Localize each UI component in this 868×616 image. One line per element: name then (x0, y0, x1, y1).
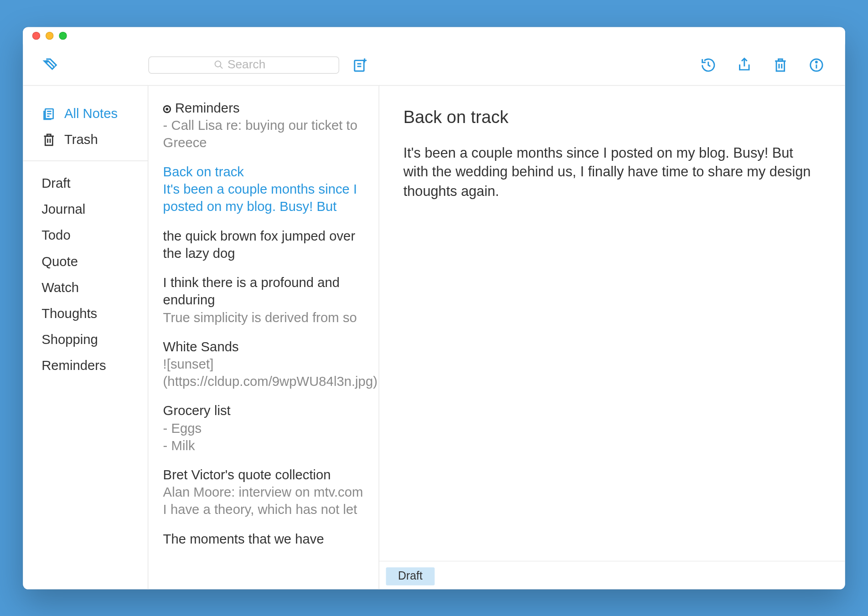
svg-point-1 (215, 61, 221, 67)
note-list-item[interactable]: I think there is a profound and enduring… (163, 274, 364, 338)
new-note-button[interactable] (351, 56, 368, 73)
bullet-icon (163, 105, 171, 113)
notes-icon (41, 106, 56, 120)
note-view: Back on track It's been a couple months … (379, 86, 845, 589)
window-close-button[interactable] (32, 31, 41, 40)
titlebar (23, 27, 845, 44)
note-list-item[interactable]: Grocery list- Eggs - Milk (163, 402, 364, 466)
note-title[interactable]: Back on track (403, 106, 821, 129)
search-input[interactable] (227, 57, 274, 72)
delete-icon[interactable] (772, 56, 789, 73)
sidebar-tag[interactable]: Journal (23, 196, 148, 222)
sidebar-tag[interactable]: Todo (23, 222, 148, 248)
note-list-title: Back on track (163, 163, 364, 180)
toolbar (23, 44, 845, 86)
sidebar-item-label: Trash (64, 132, 98, 147)
note-list-item[interactable]: White Sands![sunset](https://cldup.com/9… (163, 338, 364, 402)
sidebar-tag[interactable]: Draft (23, 170, 148, 196)
note-footer: Draft (379, 560, 845, 589)
app-window: All Notes Trash DraftJournalTodoQuoteWat… (23, 27, 845, 589)
note-list[interactable]: Reminders- Call Lisa re: buying our tick… (148, 86, 379, 589)
note-list-title: the quick brown fox jumped over the lazy… (163, 227, 364, 262)
toolbar-left (23, 56, 148, 73)
info-icon[interactable] (808, 56, 825, 73)
window-minimize-button[interactable] (46, 31, 54, 40)
svg-point-0 (46, 60, 47, 62)
window-zoom-button[interactable] (59, 31, 67, 40)
sidebar-item-trash[interactable]: Trash (23, 126, 148, 152)
search-icon (213, 60, 223, 70)
sidebar-item-all-notes[interactable]: All Notes (23, 100, 148, 126)
toolbar-middle (148, 56, 379, 73)
note-list-item[interactable]: Back on trackIt's been a couple months s… (163, 163, 364, 227)
note-list-snippet: - Call Lisa re: buying our ticket to Gre… (163, 116, 364, 151)
note-list-item[interactable]: the quick brown fox jumped over the lazy… (163, 227, 364, 273)
note-list-title: Bret Victor's quote collection (163, 466, 364, 483)
share-icon[interactable] (736, 56, 753, 73)
note-tag[interactable]: Draft (386, 567, 435, 585)
search-field[interactable] (148, 56, 339, 73)
note-list-snippet: True simplicity is derived from so (163, 308, 364, 326)
tag-list: DraftJournalTodoQuoteWatchThoughtsShoppi… (23, 170, 148, 379)
sidebar-tag[interactable]: Shopping (23, 326, 148, 352)
note-list-snippet: - Eggs - Milk (163, 419, 364, 454)
svg-point-12 (816, 61, 817, 62)
note-list-title: White Sands (163, 338, 364, 355)
note-list-title: Grocery list (163, 402, 364, 419)
trash-icon (41, 132, 56, 147)
note-body[interactable]: It's been a couple months since I posted… (403, 144, 821, 200)
sidebar-tag[interactable]: Thoughts (23, 300, 148, 326)
svg-rect-3 (355, 60, 364, 70)
sidebar-tag[interactable]: Reminders (23, 352, 148, 378)
note-list-title: The moments that we have (163, 530, 364, 547)
tags-icon[interactable] (41, 56, 59, 73)
history-icon[interactable] (700, 56, 717, 73)
note-list-snippet: Alan Moore: interview on mtv.com I have … (163, 483, 364, 518)
main-columns: All Notes Trash DraftJournalTodoQuoteWat… (23, 86, 845, 589)
note-list-snippet: It's been a couple months since I posted… (163, 180, 364, 215)
sidebar-divider (23, 160, 148, 161)
note-list-title: Reminders (163, 99, 364, 116)
note-list-title: I think there is a profound and enduring (163, 274, 364, 308)
note-list-item[interactable]: The moments that we have (163, 530, 364, 559)
note-list-item[interactable]: Reminders- Call Lisa re: buying our tick… (163, 99, 364, 163)
sidebar-tag[interactable]: Watch (23, 274, 148, 300)
toolbar-right (379, 56, 845, 73)
note-list-snippet: ![sunset](https://cldup.com/9wpWU84l3n.j… (163, 355, 364, 390)
svg-line-2 (220, 66, 222, 68)
note-list-item[interactable]: Bret Victor's quote collectionAlan Moore… (163, 466, 364, 530)
sidebar-tag[interactable]: Quote (23, 248, 148, 274)
sidebar-item-label: All Notes (64, 106, 118, 121)
sidebar: All Notes Trash DraftJournalTodoQuoteWat… (23, 86, 148, 589)
